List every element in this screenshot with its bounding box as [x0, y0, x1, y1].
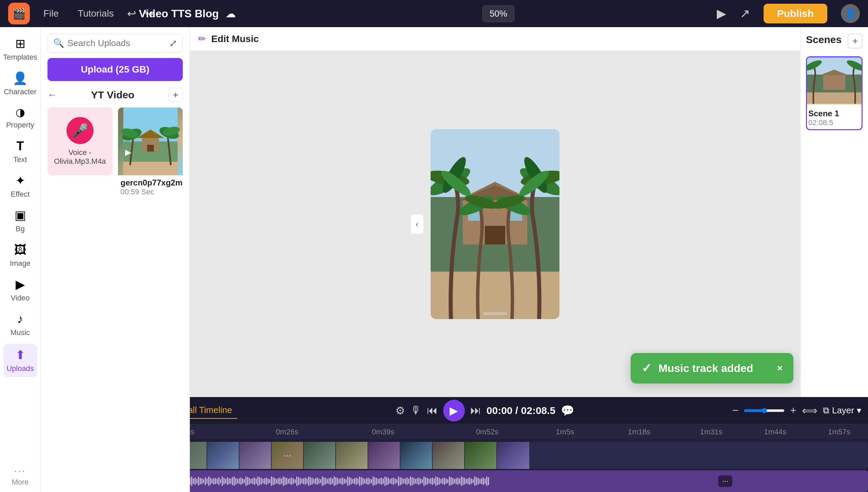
sidebar-label-property: Property [6, 121, 34, 130]
scene-card-1[interactable]: Scene 1 02:08.5 [806, 56, 863, 130]
svg-rect-35 [483, 312, 507, 315]
scene-1-label: Scene 1 [808, 109, 860, 118]
templates-icon: ⊞ [15, 37, 25, 51]
add-folder-button[interactable]: + [169, 88, 183, 102]
voice-media-card[interactable]: 🎤 Voice - Olivia.Mp3.M4a [47, 107, 113, 175]
expand-icon[interactable]: ⤢ [169, 38, 177, 49]
collapse-panel-button[interactable]: ‹ [410, 214, 424, 234]
skip-forward-button[interactable]: ⏭ [470, 404, 481, 417]
track-thumb-11 [368, 442, 400, 469]
ruler-mark-7: 1m31s [700, 428, 722, 436]
preview-beach-scene [431, 129, 559, 319]
track-thumb-14 [465, 442, 497, 469]
toast-check-icon: ✓ [642, 361, 652, 375]
add-scene-button[interactable]: + [848, 34, 863, 48]
sidebar-item-bg[interactable]: ▣ Bg [3, 204, 37, 237]
track-thumb-12 [400, 442, 433, 469]
search-bar: 🔍 ⤢ [47, 34, 183, 53]
upload-button[interactable]: Upload (25 GB) [47, 58, 183, 81]
scene-thumbnail-1 [807, 57, 862, 105]
edit-music-bar: ✏ Edit Music [190, 27, 800, 51]
file-menu[interactable]: File [38, 5, 64, 22]
sidebar-label-templates: Templates [3, 53, 37, 62]
sidebar-item-templates[interactable]: ⊞ Templates [3, 33, 37, 66]
bg-icon: ▣ [15, 208, 26, 222]
fit-timeline-button[interactable]: ⟺ [802, 404, 817, 417]
topbar: 🎬 File Tutorials ↩ ↪ Video TTS Blog ☁ 50… [0, 0, 868, 27]
ruler-mark-8: 1m44s [764, 428, 786, 436]
current-time: 00:00 [487, 405, 513, 416]
layer-label: Layer [832, 405, 854, 416]
time-separator: / [515, 405, 521, 416]
more-section[interactable]: ··· More [12, 466, 28, 487]
audio-track-menu[interactable]: ··· [718, 475, 732, 487]
folder-name: YT Video [61, 89, 164, 101]
property-icon: ◑ [16, 106, 25, 119]
record-settings-button[interactable]: ⚙ [395, 404, 405, 417]
share-button[interactable]: ↗ [740, 6, 750, 21]
track-thumb-7 [239, 442, 272, 469]
zoom-plus[interactable]: + [790, 404, 796, 417]
sidebar-label-text: Text [13, 155, 27, 164]
ruler-mark-2: 0m26s [276, 428, 298, 436]
video-icon: ▶ [16, 277, 25, 292]
sidebar-item-image[interactable]: 🖼 Image [3, 239, 37, 272]
sidebar-label-character: Character [4, 87, 37, 96]
avatar[interactable]: 👤 [841, 4, 860, 23]
video-file-name: gercn0p77xg2mbhc [121, 178, 180, 188]
project-title: Video TTS Blog ☁ [94, 7, 280, 20]
video-play-overlay: ▶ [122, 146, 134, 158]
video-media-card[interactable]: ▶ gercn0p77xg2mbhc 00:59 Sec [118, 107, 183, 199]
subtitle-button[interactable]: 💬 [561, 404, 574, 417]
sidebar-label-effect: Effect [11, 190, 30, 199]
publish-button[interactable]: Publish [764, 4, 827, 23]
layer-selector[interactable]: ⧉ Layer ▾ [823, 405, 861, 416]
timeline-play-button[interactable]: ▶ [443, 400, 465, 421]
edit-music-icon: ✏ [198, 33, 206, 44]
more-dots-icon: ··· [14, 466, 26, 476]
sidebar-item-property[interactable]: ◑ Property [3, 102, 37, 134]
sidebar-item-uploads[interactable]: ⬆ Uploads [3, 344, 37, 377]
ruler-mark-4: 0m52s [476, 428, 498, 436]
scenes-title: Scenes [806, 34, 842, 45]
back-button[interactable]: ← [47, 90, 57, 100]
sidebar-item-video[interactable]: ▶ Video [3, 273, 37, 307]
track-thumb-9 [304, 442, 336, 469]
skip-back-button[interactable]: ⏮ [427, 404, 438, 417]
canvas-area: ‹ [417, 51, 573, 397]
main-canvas: ✏ Edit Music ‹ [190, 27, 800, 397]
edit-music-title: Edit Music [211, 34, 259, 44]
sidebar-item-text[interactable]: T Text [3, 135, 37, 168]
scene-1-duration: 02:08.5 [808, 118, 860, 127]
sidebar-item-music[interactable]: ♪ Music [3, 308, 37, 341]
sidebar-label-music: Music [11, 328, 30, 337]
waveform-content [151, 476, 865, 486]
logo-text: 🎬 [12, 7, 26, 20]
zoom-level[interactable]: 50% [482, 5, 514, 22]
record-audio-button[interactable]: 🎙 [411, 404, 421, 417]
ruler-mark-3: 0m39s [372, 428, 394, 436]
ruler-mark-9: 1m57s [828, 428, 850, 436]
track-thumb-15 [497, 442, 529, 469]
search-input[interactable] [67, 38, 166, 48]
ruler-mark-6: 1m18s [628, 428, 650, 436]
svg-rect-40 [823, 75, 845, 90]
image-icon: 🖼 [14, 243, 26, 257]
toast-message: Music track added [658, 362, 753, 375]
audio-waveform: ··· [148, 470, 868, 492]
time-display: 00:00 / 02:08.5 [487, 405, 556, 416]
effect-icon: ✦ [15, 174, 25, 188]
sidebar-item-character[interactable]: 👤 Character [3, 67, 37, 100]
preview-play-button[interactable]: ▶ [717, 6, 726, 21]
video-preview [431, 129, 559, 319]
toast-close-button[interactable]: × [777, 363, 783, 374]
sidebar-item-effect[interactable]: ✦ Effect [3, 170, 37, 203]
music-icon: ♪ [17, 312, 23, 326]
media-grid: 🎤 Voice - Olivia.Mp3.M4a [47, 107, 183, 199]
search-icon: 🔍 [53, 38, 64, 48]
microphone-icon: 🎤 [66, 117, 94, 144]
zoom-minus[interactable]: − [732, 404, 739, 417]
video-duration: 00:59 Sec [121, 188, 180, 196]
toast-notification: ✓ Music track added × [631, 353, 793, 383]
timeline-zoom-slider[interactable] [744, 408, 785, 413]
